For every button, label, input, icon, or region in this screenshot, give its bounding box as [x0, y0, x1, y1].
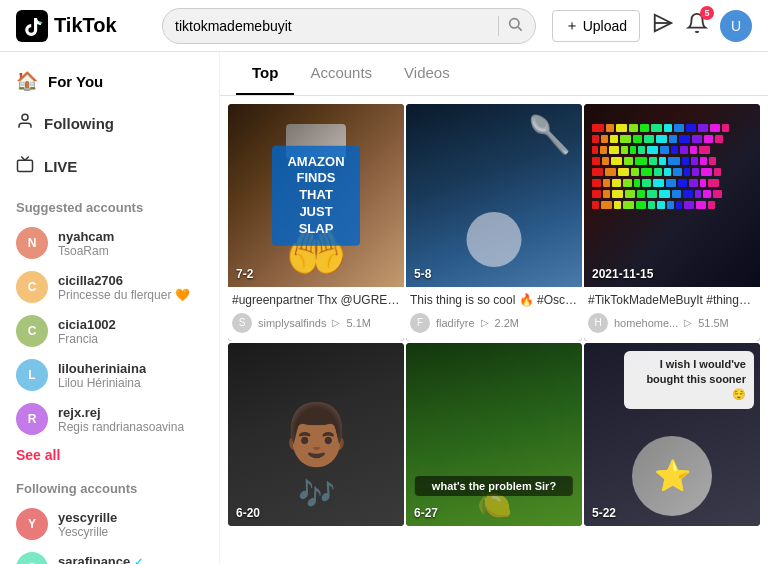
- tab-accounts[interactable]: Accounts: [294, 52, 388, 95]
- channel-name: fladifyre: [436, 317, 475, 329]
- video-card[interactable]: 2021-11-15 #TikTokMadeMeBuyIt #thingstik…: [584, 104, 760, 341]
- video-overlay3: I wish I would've bought this sooner 😌: [624, 351, 754, 409]
- channel-name: homehome...: [614, 317, 678, 329]
- account-info: sarafinance ✓ sara finance: [58, 554, 143, 565]
- following-accounts-list: Y yescyrille Yescyrille S sarafinance ✓ …: [0, 502, 219, 564]
- play-icon: ▷: [481, 317, 489, 328]
- video-desc: This thing is so cool 🔥 #OscarsAtHome...: [410, 293, 578, 309]
- account-avatar: S: [16, 552, 48, 564]
- suggested-account-item[interactable]: C cicilla2706 Princesse du flerquer 🧡: [0, 265, 219, 309]
- person-icon: [16, 112, 34, 130]
- video-card[interactable]: 🥄 5-8 This thing is so cool 🔥 #OscarsAtH…: [406, 104, 582, 341]
- video-meta: F fladifyre ▷ 2.2M: [410, 313, 578, 333]
- account-info: cicia1002 Francia: [58, 317, 116, 346]
- tab-top[interactable]: Top: [236, 52, 294, 95]
- account-sub: Princesse du flerquer 🧡: [58, 288, 190, 302]
- video-info: This thing is so cool 🔥 #OscarsAtHome...…: [406, 287, 582, 341]
- send-icon[interactable]: [652, 12, 674, 39]
- nav-live[interactable]: LIVE: [0, 145, 219, 188]
- video-meta: H homehome... ▷ 51.5M: [588, 313, 756, 333]
- video-card[interactable]: 🍋 what's the problem Sir? 6-27: [406, 343, 582, 526]
- main-layout: 🏠 For You Following LIVE: [0, 52, 768, 564]
- suggested-account-item[interactable]: L lilouheriniaina Lilou Hériniaina: [0, 353, 219, 397]
- video-info: #ugreenpartner Thx @UGREEN Official® for…: [228, 287, 404, 341]
- video-meta: S simplysalfinds ▷ 5.1M: [232, 313, 400, 333]
- video-badge: 7-2: [236, 267, 253, 281]
- view-count: 51.5M: [698, 317, 729, 329]
- upload-button[interactable]: ＋ Upload: [552, 10, 640, 42]
- video-desc: #ugreenpartner Thx @UGREEN Official® for…: [232, 293, 400, 309]
- svg-line-2: [518, 27, 522, 31]
- following-account-item[interactable]: Y yescyrille Yescyrille: [0, 502, 219, 546]
- content-area: Top Accounts Videos 🤲 AMAZONFINDSTHAT JU…: [220, 52, 768, 564]
- account-avatar: R: [16, 403, 48, 435]
- upload-label: Upload: [583, 18, 627, 34]
- user-avatar[interactable]: U: [720, 10, 752, 42]
- search-divider: [498, 16, 499, 36]
- search-icon: [507, 16, 523, 32]
- suggested-account-item[interactable]: C cicia1002 Francia: [0, 309, 219, 353]
- video-card[interactable]: 👨🏾🎶 6-20: [228, 343, 404, 526]
- suggested-accounts-title: Suggested accounts: [0, 188, 219, 221]
- search-button[interactable]: [507, 16, 523, 36]
- svg-rect-6: [18, 160, 33, 171]
- nav-following[interactable]: Following: [0, 102, 219, 145]
- nav-for-you-label: For You: [48, 73, 103, 90]
- account-info: nyahcam TsoaRam: [58, 229, 114, 258]
- nav-live-label: LIVE: [44, 158, 77, 175]
- view-count: 5.1M: [346, 317, 370, 329]
- notification-icon[interactable]: 5: [686, 12, 708, 39]
- video-thumbnail: 👨🏾🎶 6-20: [228, 343, 404, 526]
- account-name: sarafinance ✓: [58, 554, 143, 565]
- video-badge: 5-22: [592, 506, 616, 520]
- video-badge: 6-27: [414, 506, 438, 520]
- notification-badge: 5: [700, 6, 714, 20]
- account-sub: Yescyrille: [58, 525, 117, 539]
- play-icon: ▷: [684, 317, 692, 328]
- suggested-account-item[interactable]: N nyahcam TsoaRam: [0, 221, 219, 265]
- video-badge: 6-20: [236, 506, 260, 520]
- tiktok-logo-icon: [16, 10, 48, 42]
- tab-videos[interactable]: Videos: [388, 52, 466, 95]
- logo-text: TikTok: [54, 14, 117, 37]
- account-name: lilouheriniaina: [58, 361, 146, 376]
- video-grid: 🤲 AMAZONFINDSTHAT JUSTSLAP 7-2 #ugreenpa…: [220, 96, 768, 534]
- nav-following-label: Following: [44, 115, 114, 132]
- following-icon: [16, 112, 34, 135]
- video-card[interactable]: 🤲 AMAZONFINDSTHAT JUSTSLAP 7-2 #ugreenpa…: [228, 104, 404, 341]
- search-input[interactable]: [175, 18, 490, 34]
- account-info: yescyrille Yescyrille: [58, 510, 117, 539]
- account-info: lilouheriniaina Lilou Hériniaina: [58, 361, 146, 390]
- tv-icon: [16, 155, 34, 173]
- video-card[interactable]: ⭐ I wish I would've bought this sooner 😌…: [584, 343, 760, 526]
- account-name: rejx.rej: [58, 405, 184, 420]
- video-badge: 5-8: [414, 267, 431, 281]
- video-thumbnail: 🤲 AMAZONFINDSTHAT JUSTSLAP 7-2: [228, 104, 404, 287]
- header-right: ＋ Upload 5 U: [552, 10, 752, 42]
- video-thumbnail: 🍋 what's the problem Sir? 6-27: [406, 343, 582, 526]
- account-sub: Lilou Hériniaina: [58, 376, 146, 390]
- svg-point-5: [22, 114, 28, 120]
- search-bar: [162, 8, 536, 44]
- video-thumbnail: ⭐ I wish I would've bought this sooner 😌…: [584, 343, 760, 526]
- tabs-bar: Top Accounts Videos: [220, 52, 768, 96]
- view-count: 2.2M: [495, 317, 519, 329]
- svg-point-1: [509, 18, 518, 27]
- plus-icon: ＋: [565, 17, 579, 35]
- video-thumbnail: 2021-11-15: [584, 104, 760, 287]
- send-svg: [652, 12, 674, 34]
- account-info: cicilla2706 Princesse du flerquer 🧡: [58, 273, 190, 302]
- video-overlay2: what's the problem Sir?: [415, 476, 573, 496]
- account-avatar: N: [16, 227, 48, 259]
- video-badge: 2021-11-15: [592, 267, 653, 281]
- nav-for-you[interactable]: 🏠 For You: [0, 60, 219, 102]
- live-icon: [16, 155, 34, 178]
- account-sub: TsoaRam: [58, 244, 114, 258]
- account-sub: Francia: [58, 332, 116, 346]
- see-all-link[interactable]: See all: [0, 441, 219, 469]
- header: TikTok ＋ Upload 5 U: [0, 0, 768, 52]
- following-account-item[interactable]: S sarafinance ✓ sara finance: [0, 546, 219, 564]
- suggested-account-item[interactable]: R rejx.rej Regis randrianasoavina: [0, 397, 219, 441]
- logo-area: TikTok: [16, 10, 146, 42]
- account-name: cicia1002: [58, 317, 116, 332]
